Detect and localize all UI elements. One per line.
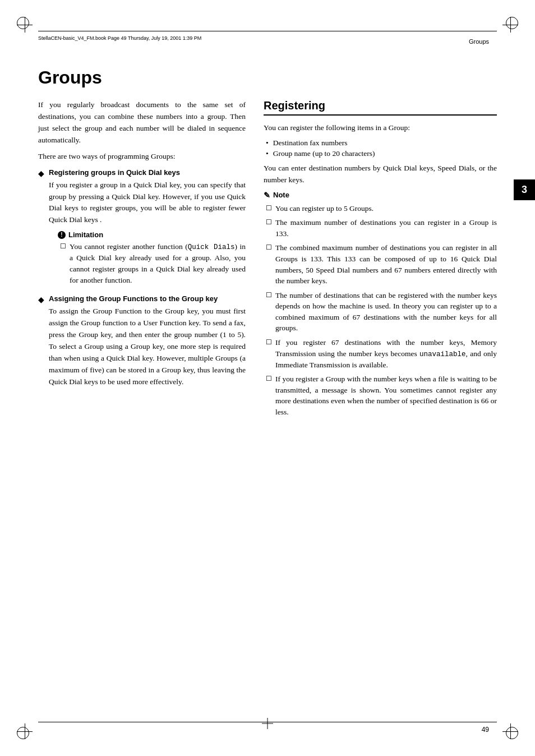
note-item-5: ☐ If you register 67 destinations with t… <box>266 337 497 370</box>
bullet-content-1: Registering groups in Quick Dial keys If… <box>49 168 246 289</box>
corner-mark-tr <box>502 17 518 33</box>
note-checkbox-5: ☐ <box>266 338 272 370</box>
section-title: Registering <box>264 99 497 116</box>
corner-mark-bl <box>17 723 33 739</box>
note-checkbox-4: ☐ <box>266 291 272 334</box>
right-header: Groups <box>469 38 489 45</box>
two-column-layout: If you regularly broadcast documents to … <box>38 99 497 421</box>
main-content: Groups If you regularly broadcast docume… <box>38 45 497 711</box>
page-number: 49 <box>482 726 489 734</box>
note-item-1: ☐ You can register up to 5 Groups. <box>266 203 497 214</box>
note-text-2: The maximum number of destinations you c… <box>275 217 497 239</box>
bullet-section-1: ◆ Registering groups in Quick Dial keys … <box>38 168 246 289</box>
limitation-text-1: You cannot register another function (Qu… <box>70 241 246 285</box>
intro-paragraph-2: There are two ways of programming Groups… <box>38 151 246 163</box>
bullet-diamond-2: ◆ <box>38 295 44 392</box>
bullet-title-2: Assigning the Group Functions to the Gro… <box>49 294 218 303</box>
limitation-icon: ! <box>58 231 66 239</box>
list-text-2: Group name (up to 20 characters) <box>273 149 375 158</box>
checkbox-symbol-1: ☐ <box>60 242 66 285</box>
entry-methods: You can enter destination numbers by Qui… <box>264 163 497 186</box>
bullet-diamond-1: ◆ <box>38 169 44 289</box>
left-column: If you regularly broadcast documents to … <box>38 99 246 421</box>
registering-list: • Destination fax numbers • Group name (… <box>266 139 497 158</box>
bullet-item-2: ◆ Assigning the Group Functions to the G… <box>38 294 246 392</box>
file-info: StellaCEN-basic_V4_FM.book Page 49 Thurs… <box>38 35 201 41</box>
limitation-title: ! Limitation <box>58 231 246 239</box>
corner-mark-br <box>502 723 518 739</box>
note-checkbox-6: ☐ <box>266 374 272 417</box>
bullet-title-1: Registering groups in Quick Dial keys <box>49 168 180 177</box>
dot-item-2: • Group name (up to 20 characters) <box>266 149 497 158</box>
note-text-1: You can register up to 5 Groups. <box>275 203 497 214</box>
bullet-content-2: Assigning the Group Functions to the Gro… <box>49 294 246 392</box>
chapter-tab: 3 <box>514 179 535 200</box>
page-title: Groups <box>38 67 497 88</box>
dot-bullet-2: • <box>266 149 269 158</box>
footer-crosshair <box>262 718 273 731</box>
footer-crosshair-svg <box>262 718 273 729</box>
note-text-4: The number of destinations that can be r… <box>275 290 497 334</box>
note-section: ✎ Note ☐ You can register up to 5 Groups… <box>264 191 497 418</box>
dot-bullet-1: • <box>266 139 269 147</box>
note-checkbox-3: ☐ <box>266 243 272 286</box>
note-list: ☐ You can register up to 5 Groups. ☐ The… <box>266 203 497 418</box>
note-checkbox-2: ☐ <box>266 218 272 239</box>
intro-paragraph-1: If you regularly broadcast documents to … <box>38 99 246 146</box>
note-checkbox-1: ☐ <box>266 204 272 214</box>
right-column: Registering You can register the followi… <box>264 99 497 421</box>
bullet-item-1: ◆ Registering groups in Quick Dial keys … <box>38 168 246 289</box>
note-item-4: ☐ The number of destinations that can be… <box>266 290 497 334</box>
note-title: ✎ Note <box>264 191 497 200</box>
limitation-box: ! Limitation ☐ You cannot register anoth… <box>58 231 246 285</box>
bullet-text-2: To assign the Group Function to the Grou… <box>49 306 246 388</box>
dot-item-1: • Destination fax numbers <box>266 139 497 147</box>
note-label: Note <box>273 191 289 199</box>
limitation-label: Limitation <box>68 231 103 239</box>
bullet-section-2: ◆ Assigning the Group Functions to the G… <box>38 294 246 392</box>
list-text-1: Destination fax numbers <box>273 139 348 147</box>
note-item-6: ☐ If you register a Group with the numbe… <box>266 374 497 417</box>
registering-intro: You can register the following items in … <box>264 122 497 134</box>
note-text-3: The combined maximum number of destinati… <box>275 242 497 286</box>
note-item-2: ☐ The maximum number of destinations you… <box>266 217 497 239</box>
header-strip: StellaCEN-basic_V4_FM.book Page 49 Thurs… <box>38 31 497 42</box>
limitation-item-1: ☐ You cannot register another function (… <box>60 241 246 285</box>
note-icon: ✎ <box>264 191 270 200</box>
page: StellaCEN-basic_V4_FM.book Page 49 Thurs… <box>0 0 535 756</box>
note-text-6: If you register a Group with the number … <box>275 374 497 417</box>
corner-mark-tl <box>17 17 33 33</box>
limitation-list: ☐ You cannot register another function (… <box>60 241 246 285</box>
note-text-5: If you register 67 destinations with the… <box>275 337 497 370</box>
bullet-text-1: If you register a group in a Quick Dial … <box>49 179 246 227</box>
note-item-3: ☐ The combined maximum number of destina… <box>266 242 497 286</box>
